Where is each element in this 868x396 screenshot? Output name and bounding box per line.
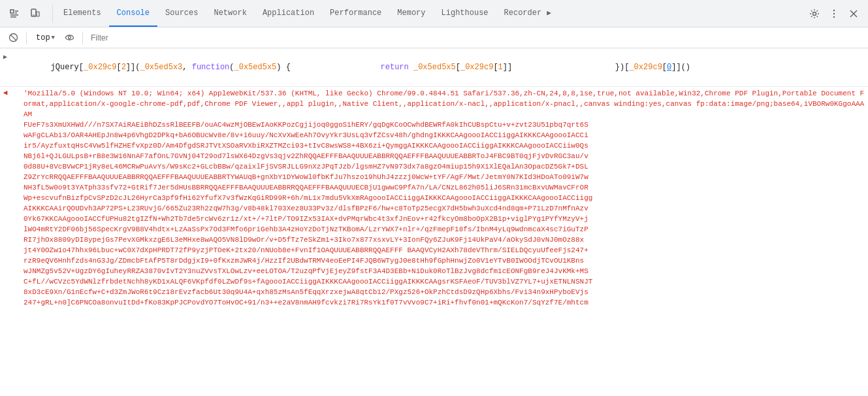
tab-lighthouse[interactable]: Lighthouse	[434, 0, 496, 27]
toolbar-divider	[26, 31, 27, 44]
tab-network-label: Network	[214, 8, 246, 18]
code-line-3: })[_0x29c9[0]]()	[515, 51, 693, 84]
clear-console-button[interactable]	[5, 30, 21, 46]
code-gutter-2	[293, 51, 304, 84]
tab-console-label: Console	[117, 8, 150, 18]
code-gutter-3	[515, 51, 525, 84]
tab-lighthouse-label: Lighthouse	[442, 8, 489, 18]
console-code-block: ▶ jQuery[_0x29c9[2]](_0x5ed5x3, function…	[0, 48, 868, 87]
code-text-1: jQuery[_0x29c9[2]](_0x5ed5x3, function(_…	[10, 51, 293, 84]
settings-button[interactable]	[805, 5, 824, 23]
tab-sources[interactable]: Sources	[157, 0, 206, 27]
expand-arrow-icon[interactable]: ▶	[3, 52, 7, 63]
recorder-icon: ▶	[547, 8, 551, 17]
tab-sources-label: Sources	[165, 8, 198, 18]
error-gutter: ◀	[0, 88, 10, 97]
main-tabs: Elements Console Sources Network Applica…	[56, 0, 805, 27]
tab-application[interactable]: Application	[255, 0, 322, 27]
code-text-2: return _0x5ed5x5[_0x29c9[1]]	[304, 51, 515, 84]
tab-elements[interactable]: Elements	[56, 0, 109, 27]
toolbar-divider-2	[82, 31, 83, 44]
tab-elements-label: Elements	[63, 8, 101, 18]
tab-network[interactable]: Network	[206, 0, 254, 27]
code-text-3: })[_0x29c9[0]]()	[525, 51, 693, 84]
close-devtools-button[interactable]	[844, 5, 863, 23]
console-content[interactable]: ▶ jQuery[_0x29c9[2]](_0x5ed5x3, function…	[0, 48, 868, 396]
svg-point-9	[833, 9, 835, 10]
context-selector[interactable]: top ▼	[32, 32, 59, 44]
toolbar-right-icons	[805, 5, 863, 23]
tab-console[interactable]: Console	[109, 0, 157, 27]
tab-performance-label: Performance	[330, 8, 381, 18]
expand-gutter[interactable]: ▶	[0, 51, 10, 84]
devtools-toolbar: Elements Console Sources Network Applica…	[0, 0, 868, 27]
toolbar-icons-group	[5, 5, 53, 23]
svg-line-15	[10, 35, 16, 41]
tab-memory-label: Memory	[397, 8, 425, 18]
more-tools-button[interactable]	[825, 5, 843, 23]
tab-recorder[interactable]: Recorder ▶	[496, 0, 559, 27]
svg-point-10	[833, 12, 835, 14]
tab-application-label: Application	[263, 8, 314, 18]
code-line-2: return _0x5ed5x5[_0x29c9[1]]	[293, 51, 515, 84]
live-expressions-button[interactable]	[61, 30, 77, 46]
tab-performance[interactable]: Performance	[322, 0, 389, 27]
svg-rect-6	[37, 12, 39, 16]
svg-point-8	[813, 12, 816, 15]
chevron-down-icon: ▼	[52, 35, 55, 41]
device-toolbar-button[interactable]	[26, 5, 44, 23]
tab-recorder-label: Recorder	[504, 8, 542, 18]
svg-rect-0	[10, 10, 14, 13]
inspect-element-button[interactable]	[5, 5, 24, 23]
console-long-output: ◀ 'Mozilla/5.0 (Windows NT 10.0; Win64; …	[0, 87, 868, 310]
tab-memory[interactable]: Memory	[389, 0, 433, 27]
error-arrow-icon: ◀	[3, 88, 8, 97]
code-line-1: ▶ jQuery[_0x29c9[2]](_0x5ed5x3, function…	[0, 51, 293, 84]
filter-input[interactable]	[88, 32, 863, 44]
svg-point-17	[68, 37, 71, 39]
console-toolbar: top ▼	[0, 27, 868, 48]
context-label: top	[36, 33, 50, 42]
long-text-content: 'Mozilla/5.0 (Windows NT 10.0; Win64; x6…	[10, 88, 868, 308]
svg-point-11	[833, 16, 835, 17]
